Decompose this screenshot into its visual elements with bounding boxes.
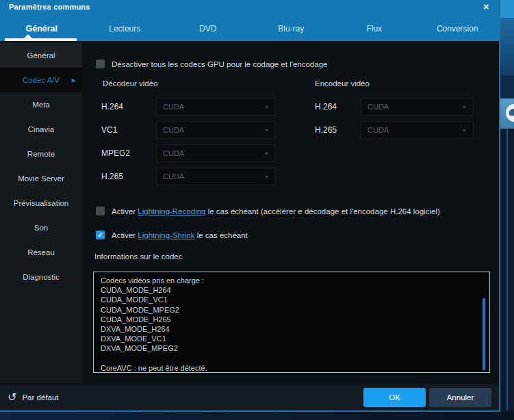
gpu-codecs-checkbox-label: Désactiver tous les codecs GPU pour le c… bbox=[112, 60, 327, 69]
lightning-recoding-checkbox-row: Activer Lightning-Recoding le cas échéan… bbox=[96, 207, 440, 216]
encoder-section-title: Encodeur vidéo bbox=[315, 79, 370, 88]
submenu-arrow-icon: ▶ bbox=[72, 77, 76, 83]
decoder-row-mpeg2: MPEG2 bbox=[101, 144, 130, 162]
sidebar-item-cinavia[interactable]: Cinavia bbox=[0, 117, 82, 142]
tab-flux[interactable]: Flux bbox=[333, 16, 416, 41]
chevron-down-icon: ▼ bbox=[264, 174, 269, 179]
sidebar-item-meta[interactable]: Meta bbox=[0, 92, 82, 117]
sidebar-item-general[interactable]: Général bbox=[0, 43, 82, 68]
codec-info-box[interactable]: Codecs vidéos pris en charge : CUDA_MODE… bbox=[93, 272, 490, 373]
codec-info-line: DXVA_MODE_H264 bbox=[101, 324, 483, 334]
backdrop-app-banner bbox=[500, 18, 514, 75]
decoder-row-vc1: VC1 bbox=[101, 121, 117, 139]
sidebar-item-cinavia-label: Cinavia bbox=[28, 125, 54, 133]
decoder-vc1-label: VC1 bbox=[101, 125, 117, 135]
codec-info-scrollbar[interactable] bbox=[483, 298, 485, 370]
lightning-shrink-prefix: Activer bbox=[112, 231, 138, 239]
sidebar-item-previsualisation[interactable]: Prévisualisation bbox=[0, 191, 82, 215]
tab-lecteurs-label: Lecteurs bbox=[109, 24, 140, 34]
backdrop-desktop-strip bbox=[0, 412, 514, 420]
encoder-h265-select[interactable]: CUDA ▼ bbox=[361, 121, 474, 139]
chevron-down-icon: ▼ bbox=[462, 128, 467, 133]
encoder-row-h264: H.264 bbox=[315, 98, 337, 116]
sidebar-item-remote-label: Remote bbox=[27, 150, 55, 158]
reset-defaults-button[interactable]: ↺ Par défaut bbox=[8, 392, 58, 403]
decoder-h265-value: CUDA bbox=[163, 172, 184, 181]
decoder-h264-select[interactable]: CUDA ▼ bbox=[156, 98, 276, 116]
decoder-mpeg2-select[interactable]: CUDA ▼ bbox=[156, 144, 276, 162]
backdrop-logo-icon bbox=[506, 104, 514, 122]
encoder-h265-value: CUDA bbox=[368, 126, 389, 134]
codec-info-line: CUDA_MODE_VC1 bbox=[101, 295, 483, 304]
backdrop-app-toolbar bbox=[500, 75, 514, 99]
codec-info-line: Codecs vidéos pris en charge : bbox=[101, 276, 483, 285]
backdrop-app-body bbox=[500, 129, 514, 410]
chevron-down-icon: ▼ bbox=[264, 151, 269, 156]
tab-conversion[interactable]: Conversion bbox=[416, 16, 500, 41]
sidebar-item-reseau[interactable]: Réseau bbox=[0, 240, 82, 265]
sidebar-item-general-label: Général bbox=[27, 51, 55, 60]
sidebar-item-diagnostic[interactable]: Diagnostic bbox=[0, 265, 82, 289]
backdrop-app-band bbox=[500, 99, 514, 129]
codec-info-line: DXVA_MODE_VC1 bbox=[101, 334, 483, 343]
gpu-codecs-checkbox[interactable] bbox=[96, 60, 105, 68]
lightning-recoding-link[interactable]: Lightning-Recoding bbox=[138, 207, 205, 215]
lightning-recoding-checkbox[interactable] bbox=[96, 207, 105, 215]
sidebar-item-previsualisation-label: Prévisualisation bbox=[14, 199, 69, 207]
cancel-button[interactable]: Annuler bbox=[429, 388, 491, 407]
sidebar-item-movie-server-label: Movie Server bbox=[18, 174, 64, 183]
lightning-recoding-suffix: le cas échéant (accélérer e décodage et … bbox=[205, 207, 439, 215]
encoder-row-h265: H.265 bbox=[315, 121, 337, 139]
encoder-h264-select[interactable]: CUDA ▼ bbox=[361, 98, 474, 116]
dialog-footer: ↺ Par défaut OK Annuler bbox=[0, 384, 499, 410]
encoder-h264-label: H.264 bbox=[315, 102, 337, 111]
decoder-vc1-value: CUDA bbox=[163, 126, 184, 134]
decoder-row-h265: H.265 bbox=[101, 168, 123, 185]
codec-info-label: Informations sur le codec bbox=[94, 252, 182, 261]
sidebar-item-reseau-label: Réseau bbox=[27, 248, 55, 257]
tab-lecteurs[interactable]: Lecteurs bbox=[83, 16, 167, 41]
sidebar-item-son[interactable]: Son bbox=[0, 215, 82, 240]
tab-bar: Général Lecteurs DVD Blu-ray Flux Conver… bbox=[0, 16, 499, 41]
sidebar-item-movie-server[interactable]: Movie Server bbox=[0, 166, 82, 191]
sidebar-item-remote[interactable]: Remote bbox=[0, 142, 82, 166]
lightning-shrink-suffix: le cas échéant bbox=[194, 231, 247, 239]
chevron-down-icon: ▼ bbox=[264, 128, 269, 133]
decoder-h264-value: CUDA bbox=[163, 103, 184, 111]
ok-button[interactable]: OK bbox=[363, 388, 426, 407]
sidebar-item-diagnostic-label: Diagnostic bbox=[23, 273, 60, 281]
tab-conversion-label: Conversion bbox=[437, 24, 478, 34]
decoder-mpeg2-value: CUDA bbox=[163, 149, 184, 157]
close-icon[interactable]: ✕ bbox=[483, 2, 489, 12]
decoder-vc1-select[interactable]: CUDA ▼ bbox=[156, 121, 276, 139]
codec-settings-panel: Désactiver tous les codecs GPU pour le c… bbox=[82, 41, 499, 383]
footer-buttons: OK Annuler bbox=[363, 388, 491, 407]
settings-sidebar: Général Codec A/V ▶ Meta Cinavia Remote … bbox=[0, 41, 82, 383]
dialog-title: Paramètres communs bbox=[9, 3, 90, 11]
tab-general[interactable]: Général bbox=[0, 16, 83, 41]
decoder-mpeg2-label: MPEG2 bbox=[101, 148, 130, 158]
tab-dvd[interactable]: DVD bbox=[166, 16, 250, 41]
decoder-section-title: Décodeur vidéo bbox=[103, 79, 158, 88]
codec-info-line: CUDA_MODE_MPEG2 bbox=[101, 305, 483, 315]
backdrop-panel-edge bbox=[506, 129, 508, 410]
decoder-h265-select[interactable]: CUDA ▼ bbox=[156, 168, 276, 185]
sidebar-item-son-label: Son bbox=[34, 224, 48, 232]
lightning-recoding-label: Activer Lightning-Recoding le cas échéan… bbox=[112, 207, 440, 216]
codec-info-line bbox=[101, 354, 483, 363]
dialog-titlebar: Paramètres communs ✕ bbox=[0, 0, 499, 16]
tab-blu-ray-label: Blu-ray bbox=[278, 24, 304, 34]
tab-blu-ray[interactable]: Blu-ray bbox=[250, 16, 333, 41]
codec-info-line: DXVA_MODE_MPEG2 bbox=[101, 343, 483, 353]
lightning-shrink-link[interactable]: Lightning-Shrink bbox=[138, 231, 194, 239]
lightning-shrink-checkbox[interactable]: ✓ bbox=[96, 231, 105, 239]
sidebar-item-codec-av-label: Codec A/V bbox=[23, 76, 60, 84]
tab-flux-label: Flux bbox=[366, 24, 382, 34]
sidebar-item-meta-label: Meta bbox=[32, 101, 50, 109]
lightning-recoding-prefix: Activer bbox=[112, 207, 138, 215]
lightning-shrink-label: Activer Lightning-Shrink le cas échéant bbox=[112, 231, 248, 240]
settings-dialog: Paramètres communs ✕ Général Lecteurs DV… bbox=[0, 0, 500, 412]
sidebar-item-codec-av[interactable]: Codec A/V ▶ bbox=[0, 68, 82, 92]
codec-info-line: CUDA_MODE_H265 bbox=[101, 315, 483, 324]
decoder-row-h264: H.264 bbox=[101, 98, 123, 116]
